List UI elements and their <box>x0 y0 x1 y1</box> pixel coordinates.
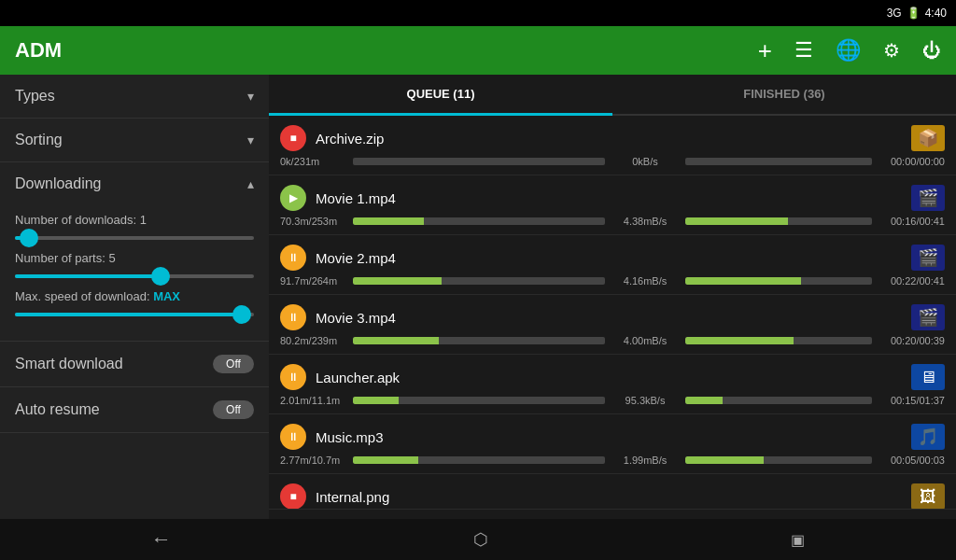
sorting-label: Sorting <box>15 132 63 148</box>
power-icon[interactable]: ⏻ <box>922 40 941 62</box>
movie3-top: ⏸ Movie 3.mp4 🎬 <box>280 304 945 330</box>
launcher-progress-bar <box>353 397 605 404</box>
music-progress-row: 2.77m/10.7m 1.99mB/s 00:05/00:03 <box>280 455 945 466</box>
movie1-speed: 4.38mB/s <box>612 216 678 227</box>
music-time: 00:05/00:03 <box>879 455 945 466</box>
app-title: ADM <box>15 38 758 63</box>
sorting-arrow: ▾ <box>247 133 254 147</box>
launcher-fill <box>353 397 399 404</box>
music-fill2 <box>685 456 764 464</box>
music-thumb: 🎵 <box>911 424 945 450</box>
music-progress-bar <box>353 456 605 464</box>
movie3-thumb: 🎬 <box>911 304 945 330</box>
smart-download-section: Smart download Off <box>0 342 269 387</box>
launcher-top: ⏸ Launcher.apk 🖥 <box>280 364 945 390</box>
downloads-count-label: Number of downloads: 1 <box>15 213 147 227</box>
movie2-top: ⏸ Movie 2.mp4 🎬 <box>280 245 945 271</box>
download-list: ■ Archive.zip 📦 0k/231m 0kB/s 00:00/00:0… <box>269 116 956 519</box>
network-icon: 3G <box>887 7 902 20</box>
archive-time: 00:00/00:00 <box>879 156 945 167</box>
archive-stop-btn[interactable]: ■ <box>280 125 306 151</box>
parts-slider-fill <box>15 274 159 278</box>
archive-progress-bar2 <box>685 158 872 165</box>
downloads-slider-track <box>15 236 254 240</box>
tab-finished[interactable]: FINISHED (36) <box>612 75 956 116</box>
movie3-size: 80.2m/239m <box>280 335 345 346</box>
downloading-arrow: ▴ <box>247 176 254 191</box>
movie2-fill2 <box>685 277 801 285</box>
downloads-slider-thumb[interactable] <box>20 229 38 247</box>
movie1-play-btn[interactable]: ▶ <box>280 185 306 211</box>
downloading-label: Downloading <box>15 175 102 192</box>
music-top: ⏸ Music.mp3 🎵 <box>280 424 945 450</box>
movie2-fill <box>353 277 442 285</box>
download-item-music: ⏸ Music.mp3 🎵 2.77m/10.7m 1.99mB/s 00:05… <box>269 414 956 474</box>
main-layout: Types ▾ Sorting ▾ Downloading ▴ Number o… <box>0 75 956 519</box>
download-item-movie3: ⏸ Movie 3.mp4 🎬 80.2m/239m 4.00mB/s 00:2… <box>269 295 956 355</box>
movie3-pause-btn[interactable]: ⏸ <box>280 304 306 330</box>
smart-download-label: Smart download <box>15 356 123 372</box>
speed-slider-thumb[interactable] <box>232 305 251 324</box>
types-header[interactable]: Types ▾ <box>0 75 269 118</box>
time-display: 4:40 <box>925 7 947 20</box>
movie1-thumb: 🎬 <box>911 185 945 211</box>
top-bar: ADM + ☰ 🌐 ⚙ ⏻ <box>0 26 956 75</box>
smart-download-row: Smart download Off <box>0 342 269 386</box>
movie1-filename: Movie 1.mp4 <box>316 190 902 206</box>
status-bar: 3G 🔋 4:40 <box>0 0 956 26</box>
movie3-time: 00:20/00:39 <box>879 335 945 346</box>
auto-resume-label: Auto resume <box>15 401 100 418</box>
downloading-header[interactable]: Downloading ▴ <box>0 162 269 205</box>
sidebar-section-sorting: Sorting ▾ <box>0 119 269 162</box>
types-arrow: ▾ <box>247 89 254 104</box>
menu-button[interactable]: ☰ <box>794 38 813 63</box>
max-speed-label: Max. speed of download: MAX <box>15 289 180 303</box>
launcher-progress-row: 2.01m/11.1m 95.3kB/s 00:15/01:37 <box>280 395 945 406</box>
archive-filename: Archive.zip <box>316 131 902 147</box>
movie3-progress-bar2 <box>685 337 872 344</box>
tab-queue[interactable]: QUEUE (11) <box>269 75 612 116</box>
smart-download-toggle[interactable]: Off <box>213 355 254 373</box>
movie3-speed: 4.00mB/s <box>612 335 678 346</box>
movie2-speed: 4.16mB/s <box>612 275 678 287</box>
internal-stop-btn[interactable]: ■ <box>280 483 306 510</box>
downloading-content: Number of downloads: 1 Number of parts: … <box>0 205 269 341</box>
movie1-fill2 <box>685 217 788 225</box>
archive-thumb: 📦 <box>911 125 945 151</box>
music-filename: Music.mp3 <box>316 429 902 445</box>
movie2-pause-btn[interactable]: ⏸ <box>280 245 306 271</box>
launcher-pause-btn[interactable]: ⏸ <box>280 364 306 390</box>
archive-size: 0k/231m <box>280 156 345 167</box>
launcher-speed: 95.3kB/s <box>612 395 678 406</box>
battery-icon: 🔋 <box>907 7 921 20</box>
auto-resume-section: Auto resume Off <box>0 387 269 433</box>
recents-button[interactable]: ▣ <box>791 531 805 549</box>
auto-resume-toggle[interactable]: Off <box>213 400 254 419</box>
launcher-time: 00:15/01:37 <box>879 395 945 406</box>
parts-count-row: Number of parts: 5 <box>15 251 254 265</box>
back-button[interactable]: ← <box>151 527 172 552</box>
movie3-progress-row: 80.2m/239m 4.00mB/s 00:20/00:39 <box>280 335 945 346</box>
music-pause-btn[interactable]: ⏸ <box>280 424 306 450</box>
settings-icon[interactable]: ⚙ <box>883 39 900 62</box>
home-button[interactable]: ⬡ <box>473 529 488 550</box>
content-area: QUEUE (11) FINISHED (36) ■ Archive.zip 📦… <box>269 75 956 519</box>
movie2-progress-bar2 <box>685 277 872 285</box>
add-button[interactable]: + <box>758 36 772 65</box>
sorting-header[interactable]: Sorting ▾ <box>0 119 269 161</box>
parts-slider-thumb[interactable] <box>151 267 170 286</box>
download-item-launcher: ⏸ Launcher.apk 🖥 2.01m/11.1m 95.3kB/s 00… <box>269 355 956 414</box>
globe-icon[interactable]: 🌐 <box>836 38 861 63</box>
movie1-fill <box>353 217 424 225</box>
download-item-internal: ■ Internal.png 🖼 <box>269 474 956 510</box>
launcher-fill2 <box>685 397 723 404</box>
movie3-filename: Movie 3.mp4 <box>316 310 902 326</box>
tabs: QUEUE (11) FINISHED (36) <box>269 75 956 116</box>
launcher-thumb: 🖥 <box>911 364 945 390</box>
downloads-slider[interactable] <box>15 236 254 240</box>
parts-slider[interactable] <box>15 274 254 278</box>
movie2-progress-row: 91.7m/264m 4.16mB/s 00:22/00:41 <box>280 275 945 287</box>
movie1-top: ▶ Movie 1.mp4 🎬 <box>280 185 945 211</box>
speed-slider[interactable] <box>15 313 254 316</box>
status-icons: 3G 🔋 4:40 <box>887 7 947 20</box>
